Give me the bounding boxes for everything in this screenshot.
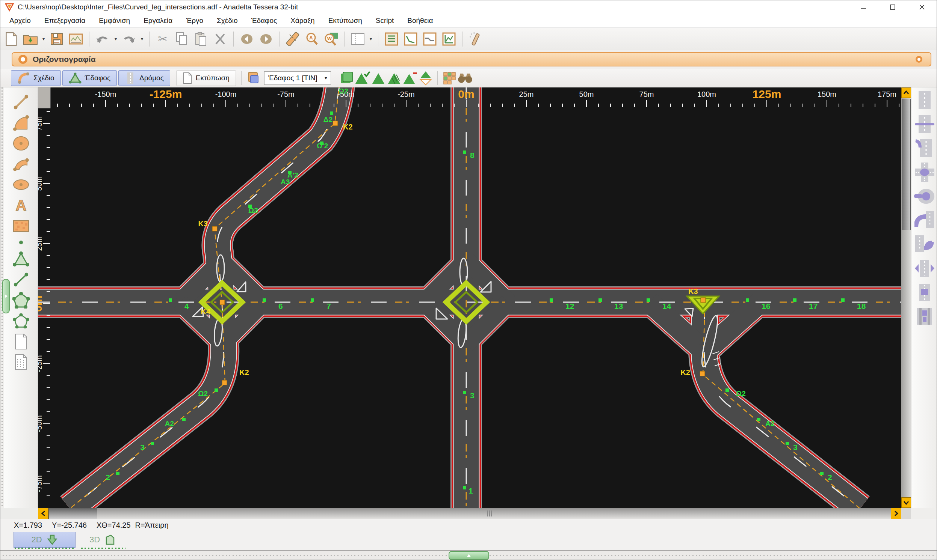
triangle-button[interactable] xyxy=(370,70,386,86)
delete-button[interactable] xyxy=(211,31,229,48)
scroll-right-button[interactable] xyxy=(891,508,901,519)
undo-dropdown-caret-icon[interactable]: ▾ xyxy=(113,36,118,42)
forward-arrow-icon xyxy=(259,32,273,46)
tool-arc-button[interactable] xyxy=(11,114,31,131)
tool-text-button[interactable]: A xyxy=(11,197,31,214)
save-button[interactable] xyxy=(48,31,65,48)
redo-button[interactable] xyxy=(120,31,137,48)
tool-segment-button[interactable] xyxy=(11,271,31,288)
tool-polygon-outline-button[interactable] xyxy=(11,312,31,329)
back-button[interactable] xyxy=(238,31,255,48)
scroll-left-button[interactable] xyxy=(38,508,48,519)
culvert-2-button[interactable] xyxy=(914,307,935,326)
plan-view[interactable]: -150m-125m-100m-75m-50m-25m0m25m50m75m10… xyxy=(38,88,901,508)
open-dropdown-caret-icon[interactable]: ▾ xyxy=(41,36,46,42)
branch-button[interactable] xyxy=(914,235,935,254)
road-section-button[interactable] xyxy=(914,91,935,110)
culvert-button[interactable] xyxy=(914,283,935,302)
undo-button[interactable] xyxy=(94,31,111,48)
road-edge-button[interactable] xyxy=(914,138,935,158)
horizontal-scrollbar[interactable] xyxy=(48,508,891,519)
surfaces-button[interactable] xyxy=(339,70,355,86)
open-file-button[interactable] xyxy=(22,31,39,48)
close-button[interactable] xyxy=(907,0,937,14)
tool-line-button[interactable] xyxy=(11,94,31,111)
forward-button[interactable] xyxy=(257,31,275,48)
copy-button[interactable] xyxy=(173,31,190,48)
plot-settings-button[interactable] xyxy=(67,31,85,48)
layout-dropdown-caret-icon[interactable]: ▾ xyxy=(368,36,374,42)
menu-tools[interactable]: Εργαλεία xyxy=(144,17,173,25)
scroll-down-button[interactable] xyxy=(901,497,911,508)
menu-help[interactable]: Βοήθεια xyxy=(407,17,433,25)
wand-button[interactable] xyxy=(467,31,484,48)
tab-3d[interactable]: 3D xyxy=(80,532,125,548)
profile-view-button[interactable] xyxy=(402,31,419,48)
canvas[interactable]: -150m-125m-100m-75m-50m-25m0m25m50m75m10… xyxy=(38,88,901,508)
minimize-button[interactable] xyxy=(849,0,878,14)
menu-view[interactable]: Εμφάνιση xyxy=(99,17,130,25)
zoom-all-button[interactable]: A xyxy=(303,31,321,48)
roundabout-button[interactable] xyxy=(914,186,935,206)
bottom-panel-handle[interactable] xyxy=(449,551,489,560)
new-file-button[interactable] xyxy=(3,31,20,48)
tool-arc-segment-button[interactable] xyxy=(11,155,31,173)
tool-sheet-list-button[interactable] xyxy=(11,354,31,371)
svg-text:8: 8 xyxy=(470,151,474,160)
mode-button-terrain[interactable]: Έδαφος xyxy=(62,70,117,86)
menu-terrain[interactable]: Έδαφος xyxy=(252,17,277,25)
scroll-up-button[interactable] xyxy=(901,88,911,98)
triangle-hatch-button[interactable] xyxy=(386,70,402,86)
road-crossing-button[interactable] xyxy=(914,114,935,134)
panel-collapse-handle[interactable] xyxy=(2,279,10,314)
banner-collapse-icon[interactable] xyxy=(915,56,922,63)
road-widening-button[interactable] xyxy=(914,258,935,278)
vertical-scroll-thumb[interactable] xyxy=(901,99,911,230)
junction-button[interactable] xyxy=(914,163,935,182)
svg-text:125m: 125m xyxy=(753,88,781,100)
print-view-button[interactable]: Εκτύπωση xyxy=(176,70,236,86)
search-binoculars-button[interactable] xyxy=(457,70,473,86)
tab-2d[interactable]: 2D xyxy=(14,532,76,548)
svg-text:Κ2: Κ2 xyxy=(681,368,690,377)
mode-button-road[interactable]: Δρόμος xyxy=(118,70,170,86)
grid-manager-button[interactable] xyxy=(441,70,457,86)
tool-triangle-button[interactable] xyxy=(11,250,31,268)
ramp-button[interactable] xyxy=(914,211,935,230)
menu-edit[interactable]: Επεξεργασία xyxy=(44,17,85,25)
layers-button[interactable] xyxy=(245,70,261,86)
culvert-icon xyxy=(915,283,934,302)
vertical-scrollbar[interactable] xyxy=(901,88,911,508)
tool-ellipse-button[interactable] xyxy=(11,176,31,193)
section-banner[interactable]: Οριζοντιογραφία xyxy=(12,52,931,66)
menu-drawing[interactable]: Σχέδιο xyxy=(217,17,238,25)
zoom-window-button[interactable]: W xyxy=(323,31,340,48)
menu-file[interactable]: Αρχείο xyxy=(9,17,31,25)
diagram-button[interactable] xyxy=(440,31,458,48)
redo-dropdown-caret-icon[interactable]: ▾ xyxy=(139,36,145,42)
splitter-grip-icon[interactable] xyxy=(487,511,492,517)
horizontal-scroll-thumb[interactable] xyxy=(48,508,97,519)
triangle-remove-button[interactable] xyxy=(402,70,418,86)
terrain-select[interactable]: Έδαφος 1 [TIN] ▾ xyxy=(264,71,331,85)
select-caret-icon[interactable]: ▾ xyxy=(321,72,330,85)
cut-button[interactable]: ✂ xyxy=(154,31,171,48)
paste-button[interactable] xyxy=(192,31,210,48)
table-view-button[interactable] xyxy=(383,31,400,48)
tool-circle-button[interactable] xyxy=(11,135,31,152)
tool-sheet-button[interactable] xyxy=(11,333,31,350)
mode-button-drawing[interactable]: Σχέδιο xyxy=(11,70,61,86)
tool-polygon-filled-button[interactable] xyxy=(11,292,31,309)
triangle-updown-button[interactable] xyxy=(418,70,434,86)
menu-alignment[interactable]: Χάραξη xyxy=(290,17,315,25)
triangle-check-button[interactable] xyxy=(355,70,370,86)
menu-print[interactable]: Εκτύπωση xyxy=(328,17,362,25)
tool-hatch-button[interactable] xyxy=(11,217,31,235)
menu-project[interactable]: Έργο xyxy=(186,17,203,25)
cross-sections-button[interactable] xyxy=(421,31,438,48)
maximize-button[interactable] xyxy=(878,0,907,14)
layout-button[interactable] xyxy=(349,31,366,48)
menu-script[interactable]: Script xyxy=(376,17,394,25)
tool-point-button[interactable] xyxy=(11,238,31,247)
measure-button[interactable] xyxy=(284,31,301,48)
